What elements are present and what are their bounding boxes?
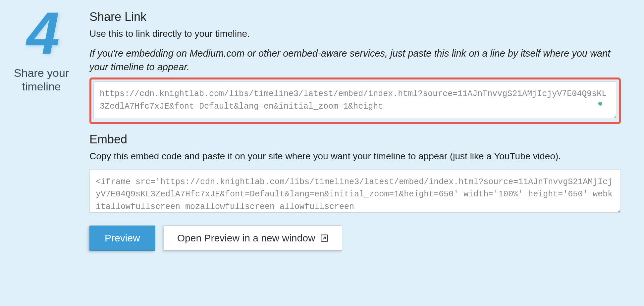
preview-button[interactable]: Preview [89,226,155,251]
share-link-input[interactable] [93,81,617,119]
share-link-note: If you're embedding on Medium.com or oth… [89,47,621,74]
embed-code-input[interactable] [89,170,621,213]
step-number: 4 [3,3,80,63]
preview-button-label: Preview [105,232,140,244]
step-indicator: 4 Share your timeline [3,10,80,251]
step-label: Share your timeline [3,66,80,93]
embed-description: Copy this embed code and paste it on you… [89,150,621,163]
embed-heading: Embed [89,132,621,146]
share-link-description: Use this to link directly to your timeli… [89,27,621,40]
open-preview-new-window-button[interactable]: Open Preview in a new window [164,226,342,251]
external-link-icon [320,234,329,242]
share-link-heading: Share Link [89,10,621,24]
share-link-highlight [89,77,621,124]
open-preview-button-label: Open Preview in a new window [177,232,315,244]
